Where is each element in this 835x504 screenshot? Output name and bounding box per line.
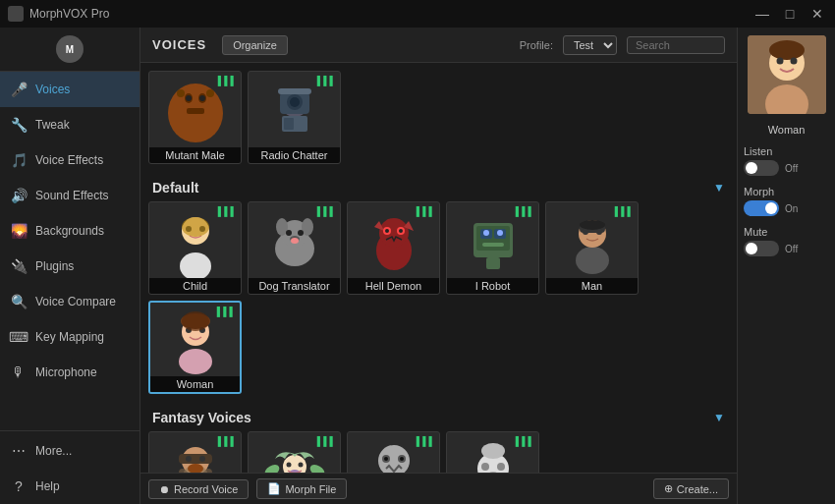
mute-label: Mute [744,226,829,238]
signal-icon: ▌▌▌ [317,76,336,85]
listen-toggle-row: Off [744,160,829,176]
mutant-male-image [149,79,241,147]
morph-toggle-row: On [744,200,829,216]
page-title: VOICES [152,37,206,52]
voice-container[interactable]: ▌▌▌ Mut [140,63,737,473]
sidebar-item-key-mapping[interactable]: ⌨ Key Mapping [0,319,139,355]
right-panel: Woman Listen Off Morph On Mute [737,28,835,504]
signal-icon: ▌▌▌ [516,206,534,216]
voice-card-man[interactable]: ▌▌▌ Man [545,201,639,295]
svg-point-66 [307,463,326,473]
voice-name-mutant-male: Mutant Male [149,147,241,163]
signal-icon: ▌▌▌ [218,76,237,85]
morph-toggle[interactable] [744,200,779,216]
bottombar: ⏺ Record Voice 📄 Morph File ⊕ Create... [140,473,737,504]
listen-control: Listen Off [744,145,829,176]
voice-card-dwarf[interactable]: ▌▌▌ Dwarf [148,431,242,473]
svg-rect-11 [278,88,311,94]
svg-point-35 [385,229,389,233]
svg-point-48 [583,229,588,235]
sidebar-item-plugins[interactable]: 🔌 Plugins [0,249,139,284]
signal-icon: ▌▌▌ [218,206,237,216]
maximize-button[interactable]: □ [780,6,800,22]
sidebar-item-backgrounds[interactable]: 🌄 Backgrounds [0,213,139,249]
help-icon: ? [10,477,28,495]
voice-card-female-pixie[interactable]: ▌▌▌ Female Pixie [248,431,341,473]
signal-icon: ▌▌▌ [218,436,237,446]
man-image [546,209,638,278]
signal-icon: ▌▌▌ [417,436,435,446]
signal-icon: ▌▌▌ [417,206,435,216]
voice-card-hell-demon[interactable]: ▌▌▌ Hel [347,201,440,295]
svg-point-36 [399,229,403,233]
window-controls[interactable]: — □ ✕ [752,6,827,22]
fantasy-collapse-icon[interactable]: ▼ [713,411,725,424]
app-title: MorphVOX Pro [29,7,109,21]
mute-state: Off [785,244,798,254]
signal-icon: ▌▌▌ [615,206,634,216]
sidebar-item-label: Plugins [35,259,74,273]
svg-point-65 [262,463,281,473]
voice-effects-icon: 🎵 [10,151,28,169]
sidebar-item-more[interactable]: ⋯ More... [0,433,139,469]
mute-toggle-row: Off [744,241,829,256]
fantasy-section-label: Fantasy Voices [152,410,251,425]
voice-compare-icon: 🔍 [10,293,28,310]
default-grid: ▌▌▌ Child ▌▌▌ [148,201,729,402]
close-button[interactable]: ✕ [807,6,827,22]
morph-file-label: Morph File [285,483,336,495]
svg-point-79 [481,463,489,471]
search-input[interactable] [627,36,725,54]
sidebar-item-voice-effects[interactable]: 🎵 Voice Effects [0,142,139,178]
create-button[interactable]: ⊕ Create... [653,478,729,499]
fantasy-grid: ▌▌▌ Dwarf [148,431,729,473]
morph-control: Morph On [744,186,829,216]
voice-card-radio-chatter[interactable]: ▌▌▌ Radio Chatter [248,71,341,164]
minimize-button[interactable]: — [752,6,772,22]
record-icon: ⏺ [159,483,170,495]
sidebar-item-sound-effects[interactable]: 🔊 Sound Effects [0,178,139,213]
default-collapse-icon[interactable]: ▼ [713,181,725,195]
create-plus-icon: ⊕ [664,482,673,495]
dog-translator-image [249,209,340,278]
mute-toggle[interactable] [744,241,779,256]
sidebar-item-label: Voices [35,83,70,96]
svg-rect-15 [284,118,294,130]
voice-name-woman: Woman [150,376,240,392]
listen-toggle[interactable] [744,160,779,176]
hell-demon-image [348,209,439,278]
sidebar-item-help[interactable]: ? Help [0,469,139,504]
voice-card-dog-translator[interactable]: ▌▌▌ Dog Translator [248,201,341,295]
sidebar-item-voice-compare[interactable]: 🔍 Voice Compare [0,284,139,319]
voice-card-nasty-gnome[interactable]: ▌▌▌ Nasty Gnome [446,431,539,473]
sidebar-item-label: Backgrounds [35,224,104,238]
voice-card-woman[interactable]: ▌▌▌ Woman [148,301,242,394]
morph-file-button[interactable]: 📄 Morph File [256,478,347,499]
tweak-icon: 🔧 [10,116,28,134]
voice-name-dog-translator: Dog Translator [249,278,340,294]
avatar-name: Woman [768,124,806,136]
svg-point-13 [290,97,300,107]
svg-rect-41 [482,243,504,247]
sidebar-item-tweak[interactable]: 🔧 Tweak [0,107,139,142]
sidebar-item-microphone[interactable]: 🎙 Microphone [0,355,139,390]
voice-name-radio-chatter: Radio Chatter [249,147,340,163]
voice-card-mutant-male[interactable]: ▌▌▌ Mut [148,71,242,164]
organize-button[interactable]: Organize [222,35,288,55]
main-layout: M 🎤 Voices 🔧 Tweak 🎵 Voice Effects 🔊 Sou… [0,28,835,504]
sidebar-item-voices[interactable]: 🎤 Voices [0,72,139,107]
profile-select[interactable]: Test [563,35,617,55]
logo-icon: M [56,35,84,63]
svg-point-43 [483,230,489,236]
voice-card-giant[interactable]: ▌▌▌ Giant [347,431,440,473]
svg-point-62 [199,456,205,462]
radio-chatter-image [249,79,340,147]
svg-point-56 [182,311,209,331]
more-icon: ⋯ [10,442,28,460]
svg-point-49 [596,229,602,235]
key-mapping-icon: ⌨ [10,328,28,346]
create-label: Create... [677,483,718,495]
voice-card-i-robot[interactable]: ▌▌▌ I Robot [446,201,539,295]
voice-card-child[interactable]: ▌▌▌ Child [148,201,242,295]
record-voice-button[interactable]: ⏺ Record Voice [148,479,249,499]
